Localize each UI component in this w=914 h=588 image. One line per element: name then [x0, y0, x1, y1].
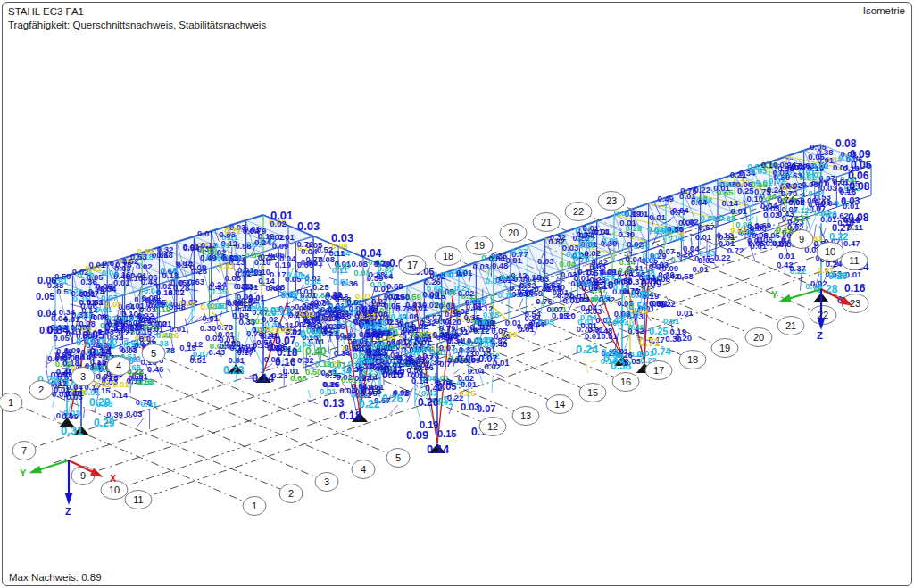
- svg-text:0.72: 0.72: [297, 239, 314, 249]
- svg-text:0.61: 0.61: [221, 253, 238, 262]
- svg-text:Y: Y: [20, 468, 27, 478]
- nachweis-value: 0.07: [275, 335, 296, 347]
- nachweis-value: 0.03: [297, 219, 320, 233]
- svg-text:0.04: 0.04: [683, 244, 700, 253]
- svg-text:5: 5: [151, 348, 156, 359]
- svg-text:0.01: 0.01: [649, 212, 666, 222]
- svg-text:0.10: 0.10: [287, 269, 303, 279]
- svg-text:0.64: 0.64: [377, 271, 394, 281]
- nachweis-value: 0.34: [332, 366, 352, 377]
- svg-text:0.05: 0.05: [537, 317, 554, 327]
- svg-text:0.03: 0.03: [750, 223, 767, 233]
- nachweis-value: 0.15: [437, 428, 456, 439]
- svg-text:18: 18: [687, 354, 698, 365]
- nachweis-value: 0.04: [361, 247, 382, 260]
- nachweis-value: 0.25: [649, 326, 668, 336]
- svg-text:0.01: 0.01: [583, 223, 600, 233]
- svg-text:0.22: 0.22: [714, 253, 731, 262]
- svg-text:0.09: 0.09: [190, 262, 207, 272]
- nachweis-value: 0.63: [366, 346, 387, 359]
- svg-text:0.15: 0.15: [207, 301, 224, 311]
- svg-text:0.30: 0.30: [200, 323, 217, 333]
- svg-text:0.02: 0.02: [458, 288, 475, 298]
- svg-text:0.79: 0.79: [374, 259, 391, 269]
- nachweis-value: 0.05: [36, 291, 54, 302]
- svg-text:18: 18: [443, 251, 453, 261]
- svg-text:0.67: 0.67: [698, 222, 715, 232]
- svg-text:0.03: 0.03: [310, 298, 327, 308]
- svg-text:0.27: 0.27: [359, 311, 376, 321]
- svg-text:0.09: 0.09: [55, 350, 72, 360]
- nachweis-value: 0.06: [37, 275, 56, 286]
- svg-text:0.25: 0.25: [459, 388, 476, 398]
- svg-text:0.01: 0.01: [96, 304, 112, 314]
- view-name-label: Isometrie: [863, 5, 905, 16]
- svg-text:0.20: 0.20: [643, 251, 660, 261]
- svg-text:0.03: 0.03: [473, 261, 490, 271]
- nachweis-value: 0.03: [331, 231, 353, 244]
- svg-text:0.04: 0.04: [243, 226, 260, 236]
- svg-text:0.02: 0.02: [276, 325, 293, 335]
- svg-text:12: 12: [487, 421, 498, 432]
- nachweis-value: 0.31: [61, 424, 83, 437]
- svg-text:0.36: 0.36: [387, 317, 404, 327]
- nachweis-value: 0.17: [104, 321, 126, 334]
- svg-text:0.01: 0.01: [713, 183, 730, 193]
- svg-text:0.01: 0.01: [130, 270, 147, 280]
- model-viewport-3d[interactable]: 0.230.830.050.350.030.780.020.300.020.01…: [0, 0, 914, 588]
- svg-text:0.06: 0.06: [678, 218, 695, 228]
- nachweis-value: 0.10: [593, 279, 614, 292]
- svg-text:0.10: 0.10: [396, 337, 413, 347]
- nachweis-value: 0.12: [270, 305, 292, 318]
- svg-text:7: 7: [21, 445, 27, 456]
- svg-text:0.01: 0.01: [95, 379, 112, 389]
- svg-text:23: 23: [850, 298, 860, 309]
- svg-text:0.84: 0.84: [488, 253, 505, 263]
- nachweis-value: 0.74: [652, 346, 671, 357]
- nachweis-value: 0.29: [89, 396, 111, 409]
- svg-text:16: 16: [620, 377, 631, 387]
- svg-text:0.03: 0.03: [232, 311, 249, 320]
- svg-text:0.26: 0.26: [424, 277, 441, 286]
- svg-text:0.16: 0.16: [497, 290, 514, 300]
- svg-text:22: 22: [573, 206, 584, 217]
- nachweis-value: 0.26: [382, 393, 403, 405]
- svg-text:3: 3: [80, 371, 86, 382]
- svg-text:0.30: 0.30: [601, 238, 618, 248]
- svg-text:0.30: 0.30: [619, 229, 636, 239]
- svg-text:0.17: 0.17: [670, 254, 687, 264]
- svg-text:11: 11: [849, 255, 859, 266]
- svg-text:0.04: 0.04: [691, 197, 708, 207]
- svg-text:0.03: 0.03: [701, 213, 718, 223]
- svg-text:0.14: 0.14: [722, 198, 739, 208]
- svg-text:0.01: 0.01: [346, 297, 363, 307]
- svg-text:0.12: 0.12: [717, 230, 734, 240]
- max-nachweis-label: Max Nachweis: 0.89: [9, 572, 102, 583]
- nachweis-value: 0.14: [427, 443, 450, 456]
- svg-text:0.31: 0.31: [452, 327, 469, 336]
- svg-text:0.19: 0.19: [315, 359, 332, 369]
- svg-text:0.49: 0.49: [657, 194, 674, 203]
- svg-text:23: 23: [606, 195, 617, 206]
- svg-text:0.75: 0.75: [573, 253, 590, 263]
- svg-text:0.01: 0.01: [170, 324, 187, 334]
- svg-text:0.02: 0.02: [763, 210, 780, 219]
- svg-text:0.27: 0.27: [138, 313, 155, 323]
- svg-text:0.03: 0.03: [537, 256, 554, 266]
- svg-text:Y: Y: [771, 289, 778, 300]
- nachweis-value: 0.23: [223, 364, 245, 377]
- svg-text:0.01: 0.01: [248, 293, 265, 302]
- svg-text:1: 1: [252, 501, 257, 511]
- svg-text:0.77: 0.77: [670, 207, 687, 217]
- svg-text:0.22: 0.22: [694, 185, 710, 195]
- svg-text:0.09: 0.09: [411, 329, 428, 339]
- svg-text:0.01: 0.01: [806, 170, 823, 179]
- nachweis-value: 0.09: [641, 277, 662, 290]
- svg-text:0.70: 0.70: [78, 270, 95, 280]
- svg-text:0.03: 0.03: [65, 388, 82, 398]
- svg-text:0.71: 0.71: [225, 226, 242, 236]
- svg-text:0.09: 0.09: [576, 278, 593, 288]
- nachweis-value: 0.13: [323, 397, 345, 410]
- svg-text:0.01: 0.01: [461, 379, 478, 389]
- nachweis-value: 0.05: [437, 381, 456, 392]
